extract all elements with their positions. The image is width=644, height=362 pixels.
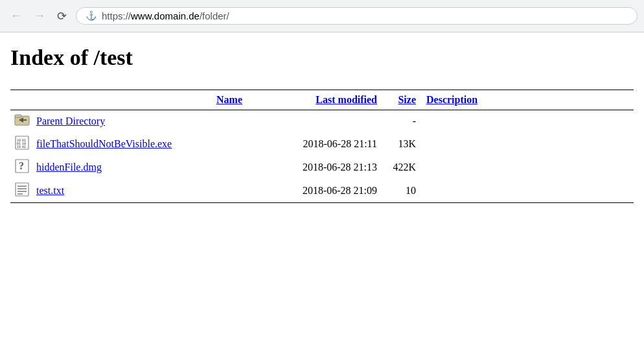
modified-header-cell: Last modified [247,94,377,106]
dmg-file-link[interactable]: hiddenFile.dmg [36,162,102,173]
url-domain: www.domain.de [131,10,200,21]
row-icon: ? [10,159,34,176]
row-icon [10,182,34,199]
table-row: test.txt 2018-06-28 21:09 10 [10,179,634,203]
table-row: ? hiddenFile.dmg 2018-06-28 21:13 422K [10,156,634,179]
name-sort-link[interactable]: Name [216,94,242,105]
address-bar[interactable]: ⚓ https://www.domain.de/folder/ [76,7,638,25]
directory-listing: Name Last modified Size Description [10,90,634,203]
forward-button[interactable]: → [30,6,49,25]
back-button[interactable]: ← [6,6,26,25]
row-size: 10 [377,185,416,197]
browser-chrome: ← → ⟳ ⚓ https://www.domain.de/folder/ [0,0,644,32]
row-name[interactable]: Parent Directory [34,115,247,127]
row-modified: 2018-06-28 21:09 [247,185,377,197]
page-title: Index of /test [10,45,634,70]
svg-text:10: 10 [17,145,21,149]
table-row: Parent Directory - [10,110,634,132]
table-header: Name Last modified Size Description [10,90,634,110]
svg-rect-3 [23,119,27,121]
page-content: Index of /test Name Last modified Size D… [0,32,644,216]
parent-dir-icon [14,114,30,127]
row-size: 422K [377,162,416,173]
row-size: - [377,115,416,127]
table-row: 10 01 10 01 10 01 fileThatShouldNotBeVis… [10,132,634,156]
row-icon [10,114,34,129]
exe-file-link[interactable]: fileThatShouldNotBeVisible.exe [36,138,172,149]
refresh-button[interactable]: ⟳ [53,6,71,26]
txt-file-icon [15,182,29,197]
row-icon: 10 01 10 01 10 01 [10,136,34,152]
name-header-cell: Name [34,94,247,106]
icon-col-header [10,94,34,106]
txt-file-link[interactable]: test.txt [36,185,64,196]
row-name[interactable]: fileThatShouldNotBeVisible.exe [34,138,247,150]
row-size: 13K [377,138,416,150]
page-icon: ⚓ [86,10,97,21]
svg-rect-1 [15,115,21,117]
row-name[interactable]: test.txt [34,185,247,197]
address-text: https://www.domain.de/folder/ [102,10,229,21]
parent-directory-link[interactable]: Parent Directory [36,115,105,127]
nav-buttons: ← → ⟳ [6,6,71,26]
url-path: /folder/ [200,10,229,21]
dmg-file-icon: ? [15,159,29,173]
row-modified: 2018-06-28 21:11 [247,138,377,150]
row-modified: 2018-06-28 21:13 [247,162,377,173]
description-sort-link[interactable]: Description [426,94,477,105]
url-prefix: https:// [102,10,131,21]
modified-sort-link[interactable]: Last modified [316,94,377,105]
svg-text:?: ? [19,160,24,171]
size-header-cell: Size [377,94,416,106]
svg-text:01: 01 [22,145,26,149]
row-name[interactable]: hiddenFile.dmg [34,162,247,173]
size-sort-link[interactable]: Size [398,94,416,105]
exe-file-icon: 10 01 10 01 10 01 [15,136,29,150]
description-header-cell: Description [416,94,634,106]
